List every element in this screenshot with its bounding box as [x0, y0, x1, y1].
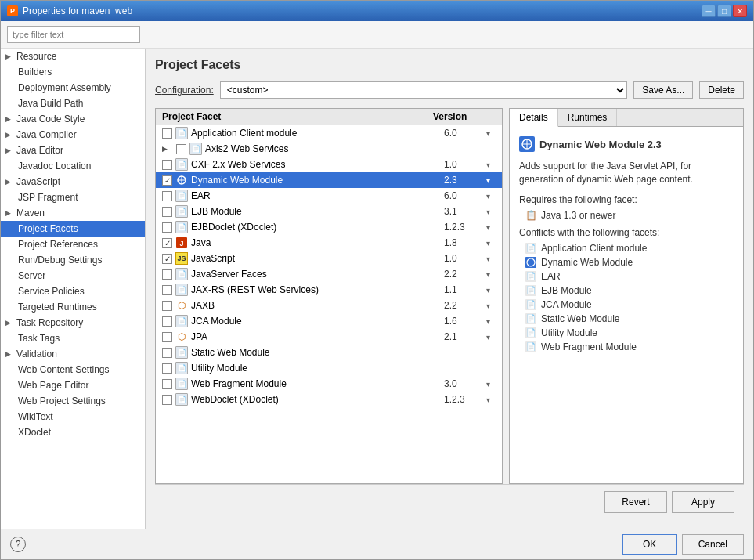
facet-version-arrow[interactable]: ▾: [486, 223, 496, 232]
facet-checkbox-static-web[interactable]: [162, 348, 172, 358]
sidebar-item-javascript[interactable]: ▶ JavaScript: [1, 174, 145, 190]
facet-version-arrow[interactable]: ▾: [486, 380, 496, 388]
facet-version-arrow[interactable]: ▾: [486, 161, 496, 169]
sidebar-item-java-build-path[interactable]: Java Build Path: [1, 96, 145, 111]
apply-button[interactable]: Apply: [672, 491, 734, 513]
sidebar-item-wikitext[interactable]: WikiText: [1, 409, 145, 425]
facet-version-arrow[interactable]: ▾: [486, 270, 496, 279]
table-row[interactable]: ⬡ JAXB 2.2 ▾: [156, 298, 502, 313]
sidebar-item-run-debug-settings[interactable]: Run/Debug Settings: [1, 252, 145, 268]
delete-button[interactable]: Delete: [699, 81, 744, 99]
facet-checkbox-javascript[interactable]: ✓: [162, 254, 172, 264]
sidebar-item-xdoclet[interactable]: XDoclet: [1, 425, 145, 440]
facet-checkbox-jaxrs[interactable]: [162, 285, 172, 295]
table-row[interactable]: 📄 Web Fragment Module 3.0 ▾: [156, 376, 502, 392]
save-as-button[interactable]: Save As...: [633, 81, 693, 99]
facet-checkbox-web-fragment[interactable]: [162, 379, 172, 389]
revert-button[interactable]: Revert: [604, 491, 667, 513]
tab-details[interactable]: Details: [510, 109, 558, 127]
maximize-button[interactable]: □: [717, 5, 731, 17]
table-row[interactable]: 📄 Utility Module: [156, 360, 502, 376]
facet-group-arrow-axis2[interactable]: ▶: [162, 145, 173, 153]
facets-panel: Project Facet Version 📄 Application Clie…: [155, 108, 744, 484]
facet-checkbox-jaxb[interactable]: [162, 301, 172, 311]
table-row[interactable]: ▶ 📄 Axis2 Web Services: [156, 141, 502, 157]
facet-checkbox-app-client[interactable]: [162, 128, 172, 139]
sidebar-item-project-references[interactable]: Project References: [1, 237, 145, 252]
table-row[interactable]: 📄 EJB Module 3.1 ▾: [156, 204, 502, 219]
sidebar-item-web-content-settings[interactable]: Web Content Settings: [1, 362, 145, 378]
sidebar-item-targeted-runtimes[interactable]: Targeted Runtimes: [1, 299, 145, 315]
table-row[interactable]: 📄 Application Client module 6.0 ▾: [156, 125, 502, 141]
sidebar-item-java-code-style[interactable]: ▶ Java Code Style: [1, 111, 145, 127]
facet-checkbox-ejb[interactable]: [162, 207, 172, 217]
sidebar-item-resource[interactable]: ▶ Resource: [1, 49, 145, 64]
sidebar-item-maven[interactable]: ▶ Maven: [1, 205, 145, 221]
facet-version-arrow[interactable]: ▾: [486, 396, 496, 404]
title-bar: P Properties for maven_web ─ □ ✕: [1, 1, 753, 21]
facet-checkbox-jpa[interactable]: [162, 332, 172, 342]
sidebar-item-project-facets[interactable]: Project Facets: [1, 221, 145, 237]
sidebar-item-web-project-settings[interactable]: Web Project Settings: [1, 393, 145, 409]
table-row[interactable]: 📄 JCA Module 1.6 ▾: [156, 313, 502, 329]
facet-checkbox-jsf[interactable]: [162, 269, 172, 280]
search-input[interactable]: [7, 26, 140, 43]
table-row[interactable]: 📄 Static Web Module: [156, 345, 502, 360]
facet-version-arrow[interactable]: ▾: [486, 255, 496, 263]
table-row[interactable]: ✓ JS JavaScript 1.0 ▾: [156, 251, 502, 266]
facet-checkbox-cxf[interactable]: [162, 160, 172, 170]
sidebar-item-deployment-assembly[interactable]: Deployment Assembly: [1, 80, 145, 96]
facet-version-arrow[interactable]: ▾: [486, 286, 496, 294]
sidebar-item-label: Run/Debug Settings: [18, 255, 102, 266]
sidebar-item-server[interactable]: Server: [1, 268, 145, 284]
sidebar-item-java-editor[interactable]: ▶ Java Editor: [1, 143, 145, 158]
sidebar-item-java-compiler[interactable]: ▶ Java Compiler: [1, 127, 145, 143]
table-row[interactable]: 📄 JavaServer Faces 2.2 ▾: [156, 266, 502, 282]
facet-version-arrow[interactable]: ▾: [486, 176, 496, 185]
cancel-button[interactable]: Cancel: [682, 534, 744, 555]
conflict-icon: 📄: [525, 341, 536, 352]
table-row[interactable]: 📄 CXF 2.x Web Services 1.0 ▾: [156, 157, 502, 172]
table-row[interactable]: 📄 WebDoclet (XDoclet) 1.2.3 ▾: [156, 392, 502, 407]
sidebar-item-validation[interactable]: ▶ Validation: [1, 346, 145, 362]
sidebar-item-task-repository[interactable]: ▶ Task Repository: [1, 315, 145, 331]
facet-checkbox-webdoclet[interactable]: [162, 395, 172, 405]
facet-version-jsf: 2.2: [444, 269, 483, 280]
close-button[interactable]: ✕: [733, 5, 747, 17]
table-row[interactable]: ⬡ JPA 2.1 ▾: [156, 329, 502, 345]
tab-runtimes[interactable]: Runtimes: [558, 109, 618, 126]
table-row[interactable]: ✓ Dynamic Web Module 2.3 ▾: [156, 172, 502, 188]
facet-version-arrow[interactable]: ▾: [486, 302, 496, 310]
sidebar-arrow: ▶: [5, 52, 13, 60]
table-row[interactable]: ✓ J Java 1.8 ▾: [156, 235, 502, 251]
facet-version-arrow[interactable]: ▾: [486, 317, 496, 326]
sidebar-item-javadoc-location[interactable]: Javadoc Location: [1, 158, 145, 174]
ok-button[interactable]: OK: [622, 534, 677, 555]
facet-checkbox-ejbdoclet[interactable]: [162, 222, 172, 233]
sidebar-item-jsp-fragment[interactable]: JSP Fragment: [1, 190, 145, 205]
facet-checkbox-ear[interactable]: [162, 191, 172, 201]
table-row[interactable]: 📄 EJBDoclet (XDoclet) 1.2.3 ▾: [156, 219, 502, 235]
facet-checkbox-dynamic-web[interactable]: ✓: [162, 175, 172, 186]
details-requirement: 📋 Java 1.3 or newer: [519, 210, 734, 221]
help-button[interactable]: ?: [10, 537, 26, 552]
minimize-button[interactable]: ─: [702, 5, 716, 17]
facet-version-arrow[interactable]: ▾: [486, 239, 496, 247]
facet-version-arrow[interactable]: ▾: [486, 192, 496, 201]
sidebar-item-builders[interactable]: Builders: [1, 64, 145, 80]
facet-version-arrow[interactable]: ▾: [486, 129, 496, 138]
table-row[interactable]: 📄 JAX-RS (REST Web Services) 1.1 ▾: [156, 282, 502, 298]
facet-checkbox-axis2[interactable]: [176, 144, 186, 154]
sidebar-item-web-page-editor[interactable]: Web Page Editor: [1, 378, 145, 393]
config-select[interactable]: <custom>: [220, 81, 628, 99]
facet-version-arrow[interactable]: ▾: [486, 208, 496, 216]
conflict-icon: 📄: [525, 313, 536, 324]
sidebar-item-task-tags[interactable]: Task Tags: [1, 331, 145, 346]
facet-checkbox-java[interactable]: ✓: [162, 238, 172, 248]
facet-version-arrow[interactable]: ▾: [486, 333, 496, 341]
facet-checkbox-jca[interactable]: [162, 316, 172, 327]
table-row[interactable]: 📄 EAR 6.0 ▾: [156, 188, 502, 204]
facet-checkbox-utility[interactable]: [162, 363, 172, 374]
facet-table-body[interactable]: 📄 Application Client module 6.0 ▾ ▶ 📄 A: [156, 125, 502, 483]
sidebar-item-service-policies[interactable]: Service Policies: [1, 284, 145, 299]
